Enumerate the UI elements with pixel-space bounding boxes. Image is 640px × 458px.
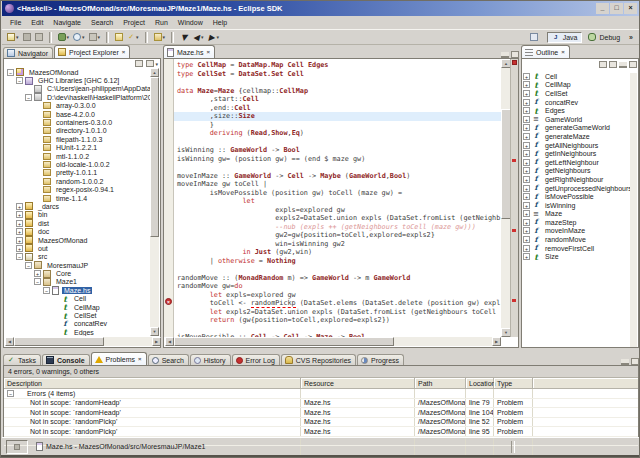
outline-scrollbar-track[interactable]	[630, 73, 637, 347]
last-edit-button[interactable]: ▼	[178, 32, 190, 42]
collapse-all-icon[interactable]	[135, 60, 143, 67]
tree-item-dist[interactable]: +dist	[5, 219, 151, 227]
scroll-thumb[interactable]	[150, 77, 159, 237]
close-tab-icon[interactable]: ×	[206, 49, 210, 55]
restore-button[interactable]: □	[610, 3, 623, 14]
filter-icon[interactable]	[609, 61, 617, 68]
back-button[interactable]: ◀▾	[190, 32, 206, 42]
tab-problems[interactable]: Problems×	[91, 352, 147, 365]
explorer-horizontal-scrollbar[interactable]: ◀ ▶	[5, 337, 161, 346]
tree-item-out[interactable]: +out	[5, 244, 151, 252]
outline-item-getrightneighbour[interactable]: +fgetRightNeighbour	[523, 175, 631, 184]
tab-error-log[interactable]: Error Log	[232, 354, 280, 365]
expander-icon[interactable]: +	[523, 150, 530, 157]
scroll-left-icon[interactable]: ◀	[5, 337, 14, 346]
tree-item-time-1-1-4[interactable]: time-1.1.4	[5, 194, 151, 202]
menu-file[interactable]: File	[5, 18, 26, 27]
tree-item-mazesofmonad[interactable]: −MazesOfMonad	[5, 68, 151, 76]
perspective-debug[interactable]: Debug	[584, 32, 624, 42]
outline-item-size[interactable]: +tSize	[523, 252, 631, 261]
outline-item-getleftneighbour[interactable]: +fgetLeftNeighbour	[523, 158, 631, 167]
outline-item-moveinmaze[interactable]: +fmoveInMaze	[523, 227, 631, 236]
project-tree[interactable]: −MazesOfMonad−GHC Libraries [GHC 6.12]C:…	[5, 68, 151, 336]
menu-search[interactable]: Search	[86, 18, 118, 27]
title-bar[interactable]: <Haskell> - MazesOfMonad/src/MoresmauJP/…	[2, 1, 639, 16]
outline-tab[interactable]: Outline ×	[521, 45, 570, 58]
expander-icon[interactable]: +	[16, 203, 23, 210]
outline-item-edges[interactable]: +tEdges	[523, 106, 631, 115]
tab-history[interactable]: History	[190, 354, 231, 365]
outline-item-getunprocessedneighbours[interactable]: +fgetUnprocessedNeighbours	[523, 184, 631, 193]
outline-item-gameworld[interactable]: +≡GameWorld	[523, 115, 631, 124]
tab-project-explorer[interactable]: Project Explorer×	[54, 45, 130, 58]
outline-item-iswinning[interactable]: +fisWinning	[523, 201, 631, 210]
expander-icon[interactable]: +	[523, 99, 530, 106]
problem-row[interactable]: ×Not in scope: `randomPickp'Maze.hs/Maze…	[4, 427, 638, 437]
expander-icon[interactable]: +	[523, 245, 530, 252]
explorer-vertical-scrollbar[interactable]: ▲ ▼	[150, 68, 159, 336]
outline-item-cell[interactable]: +tCell	[523, 72, 631, 81]
run-button[interactable]: ▾	[71, 32, 87, 42]
tree-item-concatrev[interactable]: fconcatRev	[5, 320, 151, 328]
maximize-view-icon[interactable]	[631, 358, 639, 365]
expander-icon[interactable]: +	[523, 142, 530, 149]
problem-row[interactable]: ×Not in scope: `randomPickp'Maze.hs/Maze…	[4, 418, 638, 428]
expander-icon[interactable]: +	[523, 253, 530, 260]
minimize-view-icon[interactable]	[501, 52, 509, 58]
ext-button[interactable]: ▾	[87, 32, 103, 42]
outline-item-getneighbours[interactable]: +fgetNeighbours	[523, 167, 631, 176]
expander-icon[interactable]: +	[16, 220, 23, 227]
tab-console[interactable]: Console	[42, 354, 90, 365]
expander-icon[interactable]: +	[523, 236, 530, 243]
dropdown-arrow-icon[interactable]: ▾	[201, 34, 204, 40]
tree-item-base-4-2-0-0[interactable]: base-4.2.0.0	[5, 110, 151, 118]
column-header-path[interactable]: Path	[415, 378, 466, 388]
expander-icon[interactable]: −	[25, 262, 32, 269]
minimize-button[interactable]: _	[596, 3, 609, 14]
expander-icon[interactable]: +	[523, 81, 530, 88]
expander-icon[interactable]: +	[16, 237, 23, 244]
close-tab-icon[interactable]: ×	[138, 356, 142, 362]
expander-icon[interactable]: +	[523, 107, 530, 114]
tab-search[interactable]: Search	[148, 354, 189, 365]
tree-item-edges[interactable]: tEdges	[5, 328, 151, 336]
problem-row[interactable]: ×Not in scope: `randomHeadp'Maze.hs/Maze…	[4, 399, 638, 409]
tree-item-maze-hs[interactable]: −Maze.hs	[5, 286, 151, 294]
tree-item-array-0-3-0-0[interactable]: array-0.3.0.0	[5, 102, 151, 110]
tree-item-bin[interactable]: +bin	[5, 211, 151, 219]
expander-icon[interactable]: +	[34, 270, 41, 277]
menu-project[interactable]: Project	[118, 18, 150, 27]
tree-item-cellmap[interactable]: tCellMap	[5, 303, 151, 311]
outline-list[interactable]: +tCell+tCellMap+tCellSet+fconcatRev+tEdg…	[523, 72, 631, 261]
expander-icon[interactable]: +	[523, 124, 530, 131]
outline-item-removefirstcell[interactable]: +fremoveFirstCell	[523, 244, 631, 253]
expander-icon[interactable]: +	[523, 193, 530, 200]
tree-item-moresmaujp[interactable]: −MoresmauJP	[5, 261, 151, 269]
dropdown-arrow-icon[interactable]: ▾	[67, 34, 70, 40]
expander-icon[interactable]: +	[523, 167, 530, 174]
tree-item-regex-posix-0-94-1[interactable]: regex-posix-0.94.1	[5, 185, 151, 193]
outline-item-mazestep[interactable]: +fmazeStep	[523, 218, 631, 227]
tree-item-cell[interactable]: tCell	[5, 295, 151, 303]
expander-icon[interactable]: +	[523, 133, 530, 140]
close-tab-icon[interactable]: ×	[122, 49, 126, 55]
scroll-left-icon[interactable]: ◀	[165, 337, 174, 346]
tree-item-c-users-jean-philippem-appdata-roam[interactable]: C:\Users\jean-philippem\AppData\Roam	[5, 85, 151, 93]
dropdown-arrow-icon[interactable]: ▾	[163, 34, 166, 40]
expander-icon[interactable]: +	[523, 227, 530, 234]
scroll-down-icon[interactable]: ▼	[150, 327, 159, 336]
new-button[interactable]: ▾	[5, 32, 21, 42]
tree-item-filepath-1-1-0-3[interactable]: filepath-1.1.0.3	[5, 135, 151, 143]
tab-progress[interactable]: Progress	[357, 354, 404, 365]
close-tab-icon[interactable]: ×	[561, 49, 565, 55]
dropdown-arrow-icon[interactable]: ▾	[136, 34, 139, 40]
outline-item-generatemaze[interactable]: +fgenerateMaze	[523, 132, 631, 141]
error-marker-icon[interactable]: ×	[165, 298, 172, 305]
tree-item-hunit-1-2-2-1[interactable]: HUnit-1.2.2.1	[5, 144, 151, 152]
close-button[interactable]: ×	[624, 3, 637, 14]
outline-item-generategameworld[interactable]: +fgenerateGameWorld	[523, 124, 631, 133]
tab-cvs-repositories[interactable]: CVS Repositories	[281, 354, 356, 365]
column-header-type[interactable]: Type	[494, 378, 533, 388]
perspective-overflow-chevron[interactable]: »	[629, 34, 633, 41]
overview-error-mark[interactable]	[512, 159, 516, 162]
